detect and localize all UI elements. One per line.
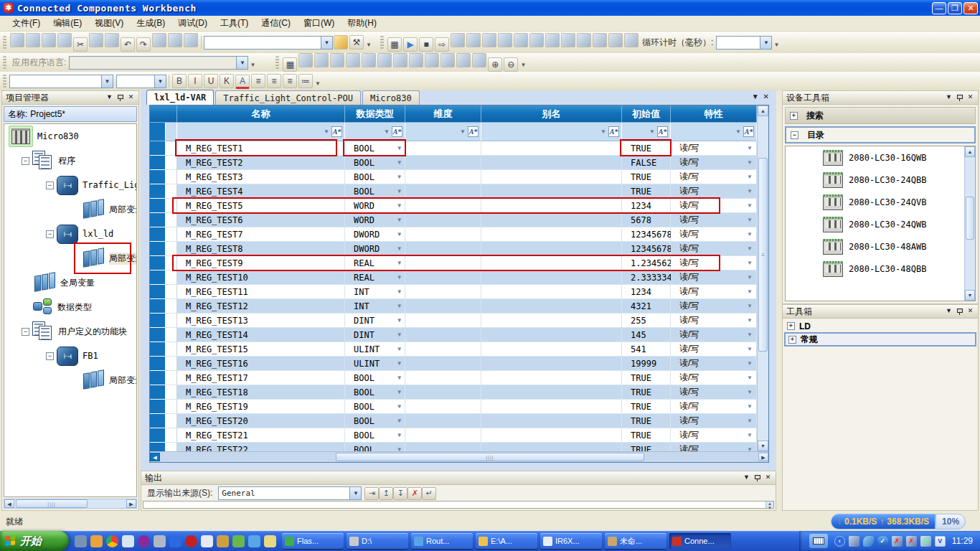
messenger-bird-icon[interactable]: [863, 536, 874, 547]
tree-item-数据类型[interactable]: 数据类型: [4, 295, 136, 319]
chevron-down-icon[interactable]: ▼: [397, 188, 401, 194]
minimize-button[interactable]: —: [932, 2, 946, 14]
cell-initial-value[interactable]: TRUE: [622, 443, 671, 451]
row-header-cell[interactable]: [150, 314, 166, 328]
graphics-pen-icon[interactable]: [217, 535, 229, 547]
device-item-2080-LC30-48AWB[interactable]: 2080-LC30-48AWB: [786, 235, 975, 258]
cell-type[interactable]: DWORD▼: [345, 242, 405, 256]
font-filter-icon[interactable]: A*: [657, 126, 668, 137]
chevron-down-icon[interactable]: ▼: [747, 217, 753, 223]
cell-dimension[interactable]: [405, 256, 481, 270]
cell-name[interactable]: M_REG_TEST6: [177, 213, 345, 227]
cell-type[interactable]: BOOL▼: [345, 414, 405, 428]
clear-all-icon[interactable]: ✗: [407, 487, 422, 500]
step-out-icon[interactable]: [466, 33, 481, 47]
minus-icon[interactable]: −: [22, 157, 29, 165]
cell-attribute[interactable]: 读/写▼: [671, 400, 757, 414]
chevron-down-icon[interactable]: ▼: [747, 346, 753, 352]
row-header-cell[interactable]: [150, 184, 166, 199]
chevron-down-icon[interactable]: ▼: [397, 360, 401, 367]
chevron-down-icon[interactable]: ▼: [747, 303, 753, 309]
row-header-cell[interactable]: [150, 213, 166, 227]
cell-initial-value[interactable]: 541: [622, 342, 671, 357]
row-header-cell[interactable]: [150, 385, 166, 400]
output-content[interactable]: ▲▼: [143, 501, 774, 509]
tab-list-icon[interactable]: ▼: [752, 93, 759, 100]
cell-type[interactable]: INT▼: [345, 299, 405, 314]
menu-item-C[interactable]: 通信(C): [255, 16, 297, 31]
wireless-signal-icon[interactable]: ))): [920, 536, 931, 547]
sharing-tool-icon[interactable]: [232, 535, 245, 547]
restore-button[interactable]: ❐: [948, 2, 962, 14]
row-header-cell[interactable]: [150, 141, 166, 156]
goto-message-icon[interactable]: ⇥: [364, 487, 379, 500]
panel-close-icon[interactable]: ✕: [763, 473, 773, 483]
cell-dimension[interactable]: [405, 184, 481, 199]
cell-alias[interactable]: [481, 227, 622, 242]
filter-cell-初始值[interactable]: ▼A*: [622, 123, 671, 141]
chevron-down-icon[interactable]: ▼: [747, 317, 753, 324]
pin-icon[interactable]: [954, 306, 965, 316]
cell-initial-value[interactable]: 12345678: [622, 227, 671, 242]
scroll-thumb[interactable]: ||||: [336, 453, 644, 461]
cell-type[interactable]: DINT▼: [345, 314, 405, 328]
cell-attribute[interactable]: 读/写▼: [671, 328, 757, 342]
cell-initial-value[interactable]: TRUE: [622, 170, 671, 184]
toolbar-grip[interactable]: [275, 56, 279, 69]
font-filter-icon[interactable]: A*: [392, 126, 402, 137]
cell-name[interactable]: M_REG_TEST10: [177, 270, 345, 285]
cell-dimension[interactable]: [405, 357, 481, 371]
scroll-left-icon[interactable]: ◀: [4, 499, 14, 508]
module-2-icon[interactable]: [545, 33, 560, 47]
device-item-2080-LC30-24QWB[interactable]: 2080-LC30-24QWB: [786, 213, 975, 235]
download-icon[interactable]: [498, 33, 512, 47]
chevron-down-icon[interactable]: ▼: [747, 202, 753, 209]
cell-dimension[interactable]: [405, 285, 481, 299]
device-item-2080-LC30-48QBB[interactable]: 2080-LC30-48QBB: [786, 258, 975, 280]
cell-alias[interactable]: [481, 270, 622, 285]
outlook-icon[interactable]: [90, 535, 103, 547]
font-size-combo[interactable]: ▼: [116, 75, 166, 88]
cell-initial-value[interactable]: 1234: [622, 199, 671, 213]
cut-icon[interactable]: ✂: [73, 37, 88, 52]
navigate-forward-icon[interactable]: [168, 33, 182, 47]
kmplayer-icon[interactable]: [185, 535, 197, 547]
cell-type[interactable]: REAL▼: [345, 270, 405, 285]
cell-attribute[interactable]: 读/写▼: [671, 256, 757, 270]
row-header-cell[interactable]: [150, 357, 166, 371]
filter-dropdown-icon[interactable]: ▼: [460, 128, 466, 135]
menu-item-B[interactable]: 生成(B): [130, 16, 171, 31]
cell-type[interactable]: BOOL▼: [345, 184, 405, 199]
chevron-down-icon[interactable]: ▼: [397, 260, 401, 266]
minus-icon[interactable]: −: [46, 352, 54, 360]
scroll-left-icon[interactable]: ◀: [150, 453, 160, 461]
attach-icon[interactable]: [482, 33, 496, 47]
row-header-cell[interactable]: [150, 328, 166, 342]
cell-dimension[interactable]: [405, 299, 481, 314]
chevron-down-icon[interactable]: ▼: [747, 245, 753, 252]
cell-alias[interactable]: [481, 256, 622, 270]
project-tree-hscrollbar[interactable]: ◀ |||| ▶: [4, 499, 137, 509]
zoom-in-icon[interactable]: ⊕: [488, 57, 502, 72]
properties-icon[interactable]: [334, 35, 348, 50]
cell-attribute[interactable]: 读/写▼: [671, 227, 757, 242]
scroll-thumb[interactable]: ||||: [16, 499, 88, 508]
tools-icon[interactable]: ⚒: [349, 35, 364, 50]
cell-type[interactable]: DWORD▼: [345, 227, 405, 242]
menu-item-F[interactable]: 文件(F): [6, 16, 47, 31]
find-in-files-icon[interactable]: [184, 33, 198, 47]
cell-dimension[interactable]: [405, 227, 481, 242]
tree-item-用户定义的功能块[interactable]: −用户定义的功能块: [4, 319, 136, 344]
toolbar-grip[interactable]: [3, 56, 6, 69]
chevron-down-icon[interactable]: ▼: [747, 418, 753, 424]
chevron-down-icon[interactable]: ▼: [747, 403, 753, 410]
cell-initial-value[interactable]: TRUE: [622, 184, 671, 199]
cell-attribute[interactable]: 读/写▼: [671, 385, 757, 400]
chevron-down-icon[interactable]: ▼: [747, 432, 753, 438]
cell-dimension[interactable]: [405, 443, 481, 451]
start-debug-icon[interactable]: ▶: [403, 37, 418, 52]
grid-icon[interactable]: ▦: [283, 57, 297, 72]
space-across-icon[interactable]: [393, 53, 407, 67]
tab-Micro830[interactable]: Micro830: [362, 90, 420, 105]
align-text-center-icon[interactable]: ≡: [267, 74, 281, 88]
